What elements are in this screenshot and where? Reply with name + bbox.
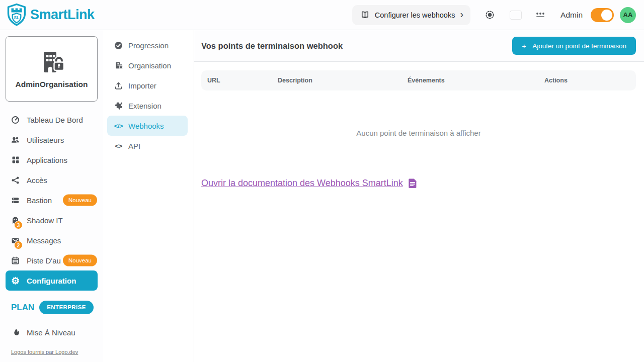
plan-label: PLAN xyxy=(11,303,34,313)
upgrade-label: Mise À Niveau xyxy=(27,328,75,337)
dashboard-icon xyxy=(11,116,20,124)
subsidebar-item-label: Webhooks xyxy=(128,122,164,130)
sidebar-item-mise-a-niveau[interactable]: Mise À Niveau xyxy=(0,322,103,342)
documentation-row: Ouvrir la documentation des Webhooks Sma… xyxy=(201,178,636,189)
configure-webhooks-button[interactable]: Configurer les webhooks › xyxy=(352,5,470,25)
puzzle-icon xyxy=(114,102,123,110)
more-options-button[interactable] xyxy=(533,9,547,21)
organization-name: AdminOrganisation xyxy=(16,80,88,89)
logos-credit-link[interactable]: Logos fournis par Logo.dev xyxy=(11,349,78,355)
language-flag-button[interactable] xyxy=(510,11,521,19)
main-content: Vos points de terminaison webhook + Ajou… xyxy=(194,30,644,362)
nouveau-badge: Nouveau xyxy=(63,255,97,266)
plan-enterprise-badge: ENTERPRISE xyxy=(39,301,94,314)
subsidebar-item-label: API xyxy=(128,142,140,150)
subsidebar-item-progression[interactable]: Progression xyxy=(107,35,188,55)
building-lock-small-icon xyxy=(114,61,123,70)
sidebar-item-label: Shadow IT xyxy=(27,216,63,225)
sidebar-item-label: Bastion xyxy=(27,196,52,205)
chevron-right-icon: › xyxy=(460,9,463,19)
header-actions: Configurer les webhooks › xyxy=(352,5,636,25)
sidebar-item-applications[interactable]: Applications xyxy=(0,150,103,170)
organization-card[interactable]: AdminOrganisation xyxy=(6,36,98,102)
add-endpoint-button[interactable]: + Ajouter un point de terminaison xyxy=(512,37,636,55)
apps-grid-icon xyxy=(11,156,20,164)
subsidebar-item-label: Extension xyxy=(128,102,162,110)
top-header: SL SmartLink Configurer les webhooks › xyxy=(0,0,644,30)
sidebar-item-utilisateurs[interactable]: Utilisateurs xyxy=(0,130,103,150)
nouveau-badge: Nouveau xyxy=(63,195,97,206)
content-header: Vos points de terminaison webhook + Ajou… xyxy=(194,30,644,62)
sidebar-item-messages[interactable]: Messages 2 xyxy=(0,230,103,250)
subsidebar-item-label: Importer xyxy=(128,81,156,90)
sidebar-item-label: Tableau De Bord xyxy=(27,116,83,124)
sidebar-item-label: Messages xyxy=(27,236,61,245)
share-icon xyxy=(11,176,20,185)
column-header-description: Description xyxy=(272,77,401,84)
sidebar-item-label: Configuration xyxy=(27,277,76,285)
count-badge: 3 xyxy=(14,221,23,229)
users-icon xyxy=(11,136,20,144)
building-lock-icon xyxy=(37,49,66,76)
sidebar: AdminOrganisation Tableau De Bord Utilis… xyxy=(0,30,103,362)
add-endpoint-label: Ajouter un point de terminaison xyxy=(532,42,626,50)
calendar-icon xyxy=(11,256,20,265)
empty-state-text: Aucun point de terminaison à afficher xyxy=(201,129,636,137)
webhooks-documentation-link[interactable]: Ouvrir la documentation des Webhooks Sma… xyxy=(201,178,403,189)
sun-icon xyxy=(485,10,495,20)
subsidebar-item-organisation[interactable]: Organisation xyxy=(107,55,188,75)
avatar[interactable]: AA xyxy=(620,7,636,23)
theme-light-button[interactable] xyxy=(482,8,497,22)
dots-underline-icon xyxy=(535,11,545,19)
check-circle-icon xyxy=(114,41,123,50)
brand-name: SmartLink xyxy=(30,7,95,23)
book-icon xyxy=(360,11,370,19)
column-header-evenements: Événements xyxy=(401,77,538,84)
admin-label: Admin xyxy=(560,11,583,20)
body-row: AdminOrganisation Tableau De Bord Utilis… xyxy=(0,30,644,362)
sidebar-nav: Tableau De Bord Utilisateurs Application… xyxy=(0,110,103,291)
subsidebar-item-label: Organisation xyxy=(128,61,171,70)
column-header-actions: Actions xyxy=(538,77,636,84)
sidebar-item-label: Accès xyxy=(27,176,47,185)
code-slash-icon: </> xyxy=(114,122,123,130)
sidebar-item-label: Utilisateurs xyxy=(27,136,64,144)
sidebar-item-shadow-it[interactable]: Shadow IT 3 xyxy=(0,210,103,230)
sidebar-item-piste-daudit[interactable]: Piste D'au Nouveau xyxy=(0,250,103,270)
app-root: SL SmartLink Configurer les webhooks › xyxy=(0,0,644,362)
code-brackets-icon: <> xyxy=(114,142,123,150)
brand-initials: SL xyxy=(14,15,20,20)
subsidebar-item-webhooks[interactable]: </> Webhooks xyxy=(107,116,188,136)
shield-logo-icon: SL xyxy=(6,3,27,27)
table-header-row: URL Description Événements Actions xyxy=(201,70,636,90)
page-title: Vos points de terminaison webhook xyxy=(201,41,343,51)
server-icon xyxy=(11,196,20,205)
plus-icon: + xyxy=(522,42,526,50)
content-body: URL Description Événements Actions Aucun… xyxy=(194,62,644,362)
settings-subsidebar: Progression Organisation Importer Extens… xyxy=(103,30,194,362)
brand-logo[interactable]: SL SmartLink xyxy=(6,3,95,27)
subsidebar-item-label: Progression xyxy=(128,41,169,50)
sidebar-item-tableau-de-bord[interactable]: Tableau De Bord xyxy=(0,110,103,130)
sidebar-item-acces[interactable]: Accès xyxy=(0,170,103,190)
flame-icon xyxy=(11,328,20,337)
document-icon xyxy=(408,178,418,189)
subsidebar-item-extension[interactable]: Extension xyxy=(107,96,188,116)
upload-icon xyxy=(114,81,123,90)
configure-webhooks-label: Configurer les webhooks xyxy=(375,11,455,19)
column-header-url: URL xyxy=(201,77,272,84)
sidebar-item-label: Piste D'au xyxy=(27,256,61,265)
subsidebar-item-api[interactable]: <> API xyxy=(107,136,188,156)
sidebar-item-label: Applications xyxy=(27,156,67,164)
sidebar-item-bastion[interactable]: Bastion Nouveau xyxy=(0,190,103,210)
subsidebar-item-importer[interactable]: Importer xyxy=(107,75,188,96)
count-badge: 2 xyxy=(14,241,23,249)
toggle-knob xyxy=(601,10,612,21)
plan-row: PLAN ENTERPRISE xyxy=(0,301,103,314)
gear-icon: ⚙ xyxy=(11,277,20,285)
admin-mode-toggle[interactable] xyxy=(591,8,614,22)
sidebar-item-configuration[interactable]: ⚙ Configuration xyxy=(6,270,98,291)
